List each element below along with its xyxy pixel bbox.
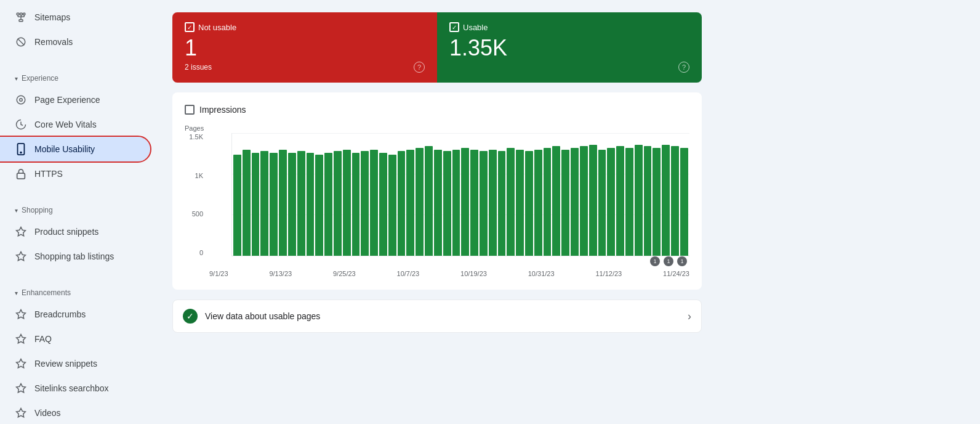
svg-marker-19 xyxy=(17,335,26,343)
sidebar-item-label: Page Experience xyxy=(34,95,100,105)
chart-bar xyxy=(498,151,506,256)
y-tick: 1K xyxy=(185,172,203,179)
chart-bar xyxy=(671,146,679,256)
chart-bar xyxy=(388,155,396,256)
sidebar-item-label: Videos xyxy=(34,408,61,418)
chart-bar xyxy=(452,150,460,256)
main-content: ✓ Not usable 1 2 issues ? ✓ Usable 1.35K… xyxy=(158,0,980,424)
chart-bar xyxy=(288,153,296,256)
section-header-shopping[interactable]: ▾ Shopping xyxy=(0,196,158,219)
checkbox-icon: ✓ xyxy=(449,22,459,32)
not-usable-sub: 2 issues xyxy=(185,63,212,71)
lock-icon xyxy=(15,168,27,180)
section-header-enhancements[interactable]: ▾ Enhancements xyxy=(0,279,158,302)
svg-line-10 xyxy=(18,39,25,46)
svg-point-12 xyxy=(20,99,23,102)
x-label: 9/25/23 xyxy=(333,270,356,277)
section-header-experience[interactable]: ▾ Experience xyxy=(0,64,158,88)
chart-bar xyxy=(398,151,406,256)
chart-bar xyxy=(461,148,469,256)
chart-bar xyxy=(434,150,442,256)
tag-icon xyxy=(15,357,27,370)
sitemap-icon xyxy=(15,11,27,23)
view-data-label: View data about usable pages xyxy=(205,311,320,321)
sidebar-item-videos[interactable]: Videos xyxy=(0,401,150,424)
x-label: 11/12/23 xyxy=(595,270,622,277)
usable-card: ✓ Usable 1.35K ? xyxy=(437,12,702,83)
view-data-button[interactable]: ✓ View data about usable pages › xyxy=(172,300,702,333)
removals-icon xyxy=(15,36,27,48)
checkbox-icon: ✓ xyxy=(185,22,195,32)
not-usable-header: ✓ Not usable xyxy=(185,22,425,32)
page-experience-icon xyxy=(15,94,27,106)
annotation-dot: 1 xyxy=(650,256,660,266)
chevron-down-icon: ▾ xyxy=(15,75,18,82)
sidebar-item-product-snippets[interactable]: Product snippets xyxy=(0,219,150,244)
chart-bar xyxy=(243,150,251,256)
y-axis-label: Pages xyxy=(185,124,689,132)
sidebar-item-shopping-tab[interactable]: Shopping tab listings xyxy=(0,244,150,269)
chart-bar xyxy=(507,148,515,256)
not-usable-value: 1 xyxy=(185,37,425,59)
sidebar-item-mobile-usability[interactable]: Mobile Usability xyxy=(0,137,150,161)
usable-header: ✓ Usable xyxy=(449,22,689,32)
x-label: 10/7/23 xyxy=(397,270,420,277)
not-usable-footer: 2 issues ? xyxy=(185,62,425,73)
sidebar-item-label: HTTPS xyxy=(34,169,63,179)
chart-bar xyxy=(270,153,278,256)
chart-bar xyxy=(680,148,688,256)
bars-container xyxy=(231,133,689,256)
chart-bar xyxy=(616,146,624,256)
chart-bar xyxy=(534,150,542,256)
sidebar-item-review-snippets[interactable]: Review snippets xyxy=(0,351,150,376)
section-header-label: Shopping xyxy=(22,206,53,214)
chart-bar xyxy=(352,153,360,256)
x-label: 9/1/23 xyxy=(209,270,228,277)
tag-icon xyxy=(15,407,27,419)
chart-bar xyxy=(315,155,323,256)
annotation-dot: 1 xyxy=(664,256,673,266)
usable-value: 1.35K xyxy=(449,37,689,59)
impressions-label: Impressions xyxy=(199,105,246,115)
chart-bar xyxy=(525,151,533,256)
chevron-right-icon: › xyxy=(688,310,691,323)
chart-bar xyxy=(470,150,478,256)
chart-container: Impressions Pages 1.5K 1K 500 0 xyxy=(172,92,702,290)
svg-marker-22 xyxy=(17,409,26,417)
x-axis-labels: 9/1/23 9/13/23 9/25/23 10/7/23 10/19/23 … xyxy=(209,266,689,277)
sidebar-item-sitelinks-searchbox[interactable]: Sitelinks searchbox xyxy=(0,376,150,401)
usable-footer: ? xyxy=(449,62,689,73)
sidebar: Sitemaps Removals ▾ Experience Page Expe… xyxy=(0,0,158,424)
chart-bar xyxy=(334,151,342,256)
svg-point-11 xyxy=(17,96,25,104)
chart-bar xyxy=(324,153,332,256)
usable-label: Usable xyxy=(463,23,488,32)
chart-bar xyxy=(233,155,241,256)
x-label: 10/31/23 xyxy=(528,270,555,277)
help-icon[interactable]: ? xyxy=(414,62,425,73)
not-usable-card: ✓ Not usable 1 2 issues ? xyxy=(172,12,437,83)
tag-icon xyxy=(15,250,27,263)
chart-bar xyxy=(607,148,615,256)
chart-bar xyxy=(516,150,524,256)
sidebar-item-https[interactable]: HTTPS xyxy=(0,161,150,186)
sidebar-item-faq[interactable]: FAQ xyxy=(0,327,150,351)
sidebar-item-core-web-vitals[interactable]: Core Web Vitals xyxy=(0,112,150,137)
view-data-left: ✓ View data about usable pages xyxy=(183,309,320,324)
y-tick: 1.5K xyxy=(185,133,203,141)
y-tick: 0 xyxy=(185,249,203,256)
sidebar-item-label: FAQ xyxy=(34,334,52,344)
svg-rect-1 xyxy=(20,13,23,15)
sidebar-item-removals[interactable]: Removals xyxy=(0,30,150,54)
chart-bar xyxy=(552,146,560,256)
impressions-checkbox[interactable] xyxy=(185,105,195,115)
help-icon[interactable]: ? xyxy=(678,62,689,73)
sidebar-item-label: Product snippets xyxy=(34,227,98,237)
sidebar-item-sitemaps[interactable]: Sitemaps xyxy=(0,5,150,30)
chart-bar xyxy=(635,145,643,256)
sidebar-item-page-experience[interactable]: Page Experience xyxy=(0,88,150,112)
svg-marker-18 xyxy=(17,310,26,319)
sidebar-item-breadcrumbs[interactable]: Breadcrumbs xyxy=(0,302,150,327)
core-web-vitals-icon xyxy=(15,118,27,131)
chart-bar xyxy=(361,151,369,256)
